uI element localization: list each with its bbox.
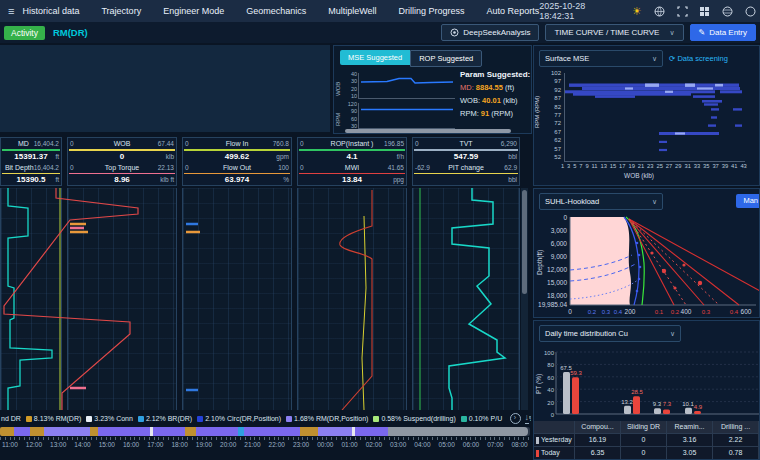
heatmap-ytick: 82 [541, 104, 561, 110]
timeline-hours: 11:0012:0013:0014:0015:0016:0017:0018:00… [2, 441, 528, 448]
sub-toolbar: Activity RM(DR) DeepSeekAnalysis TIME CU… [0, 22, 760, 43]
heatmap-ytick: 92 [541, 87, 561, 93]
wob-ticks: 40302010 [341, 72, 357, 99]
menu-icon[interactable]: ≡ [8, 5, 14, 17]
timeline-hour-label: 01:00 [341, 441, 357, 448]
svg-text:0.4: 0.4 [614, 309, 623, 315]
track-header-rop[interactable]: 0ROP(Instant )196.85 4.1f/h 0MWI41.65 13… [297, 137, 407, 186]
svg-text:0.3: 0.3 [602, 309, 611, 315]
parameter-grid [0, 45, 330, 132]
heatmap-xtick: 5 [573, 163, 576, 169]
fullscreen-icon[interactable] [676, 5, 688, 17]
heatmap-xtick: 33 [694, 163, 700, 169]
log-curves [0, 188, 530, 410]
theme-sun-icon[interactable]: ☀ [631, 5, 643, 17]
chevron-down-icon: ∨ [652, 55, 657, 63]
user-icon[interactable] [744, 5, 756, 17]
deepseek-analysis-button[interactable]: DeepSeekAnalysis [441, 24, 539, 41]
heatmap-xtick: 9 [585, 163, 588, 169]
wob-tick: 30 [341, 79, 357, 84]
svg-text:28.5: 28.5 [631, 389, 643, 395]
grid-icon[interactable] [699, 5, 711, 17]
svg-text:600: 600 [741, 308, 752, 315]
track-header-tvt[interactable]: 0TVT6,290 547.59bbl -62.9PIT change62.9 … [412, 137, 520, 186]
log-track-area[interactable] [0, 188, 530, 410]
heatmap-ytick: 67 [541, 129, 561, 135]
activity-badge: Activity [4, 26, 45, 40]
legend-item[interactable]: nd DR [1, 415, 21, 422]
legend-item[interactable]: 2.10% Circ(DR,Position) [197, 415, 281, 422]
globe-icon[interactable] [654, 5, 666, 17]
nav-item[interactable]: Geomechanics [246, 6, 306, 16]
legend-expand-icon[interactable]: › [510, 413, 521, 424]
curve-type-select[interactable]: TIME CURVE / TIME CURVE∨ [545, 24, 683, 41]
table-row-yesterday: Yesterday [534, 434, 574, 446]
rpm-tick: 60 [341, 117, 357, 122]
mini-horizontal-scrollbar[interactable] [345, 129, 511, 133]
tab-mse-suggested[interactable]: MSE Suggested [340, 50, 410, 65]
legend-item[interactable]: 3.23% Conn [86, 415, 133, 422]
nav-item[interactable]: Engineer Mode [163, 6, 224, 16]
timeline-hour-label: 15:00 [99, 441, 115, 448]
chevron-down-icon: ∨ [652, 198, 657, 206]
suhl-hookload-select[interactable]: SUHL-Hookload∨ [539, 193, 663, 210]
nav-item[interactable]: Drilling Progress [399, 6, 465, 16]
svg-text:20: 20 [547, 400, 554, 406]
wob-suggested-chart [358, 73, 455, 99]
svg-text:18,000: 18,000 [547, 292, 567, 299]
svg-text:59.3: 59.3 [570, 370, 582, 376]
legend-item[interactable]: 0.10% P/U [461, 415, 502, 422]
svg-text:19,985.04: 19,985.04 [538, 301, 567, 308]
data-entry-button[interactable]: ✎ Data Entry [690, 24, 757, 41]
heatmap-xtick: 23 [647, 163, 653, 169]
timeline-scrubber[interactable] [388, 427, 528, 436]
heatmap-xtick: 39 [722, 163, 728, 169]
heatmap-xtick: 15 [610, 163, 616, 169]
data-screening-link[interactable]: ⟳ Data screening [669, 54, 728, 63]
nav-item[interactable]: MultipleWell [328, 6, 376, 16]
chevron-down-icon: ∨ [669, 29, 674, 37]
heatmap-xtick: 7 [579, 163, 582, 169]
chevron-down-icon: ∨ [670, 330, 675, 338]
svg-text:100: 100 [544, 350, 555, 356]
tab-rop-suggested[interactable]: ROP Suggested [410, 50, 482, 67]
svg-text:3,000: 3,000 [551, 227, 568, 234]
svg-text:15,000: 15,000 [547, 279, 567, 286]
daily-time-select[interactable]: Daily time distribution Cu∨ [539, 325, 681, 342]
timeline-hour-label: 22:00 [269, 441, 285, 448]
legend-item[interactable]: 1.68% RM(DR,Position) [286, 415, 368, 422]
nav-item[interactable]: Trajectory [101, 6, 141, 16]
legend-item[interactable]: 0.58% Suspend(drilling) [373, 415, 455, 422]
nav-item[interactable]: Historical data [22, 6, 79, 16]
timeline-hour-label: 12:00 [26, 441, 42, 448]
legend-item[interactable]: 2.12% BR(DR) [138, 415, 192, 422]
track-header-wob[interactable]: 0WOB67.44 0klb 0Top Torque22.13 8.96klb … [67, 137, 177, 186]
manual-button[interactable]: Man [736, 194, 760, 208]
download-icon[interactable]: ↓ [525, 413, 530, 424]
track-vertical-scrollbar[interactable] [521, 188, 528, 410]
svg-text:0: 0 [568, 308, 572, 315]
heatmap-xtick: 27 [666, 163, 672, 169]
activity-legend: nd DR 8.13% RM(DR) 3.23% Conn 2.12% BR(D… [0, 412, 531, 425]
svg-text:7.3: 7.3 [663, 401, 672, 407]
legend-item[interactable]: 8.13% RM(DR) [26, 415, 81, 422]
timeline-hour-label: 06:00 [463, 441, 479, 448]
svg-text:12,000: 12,000 [547, 266, 567, 273]
track-header-md[interactable]: MD16,404.2 15391.37ft Bit Depth16,404.2 … [0, 137, 62, 186]
svg-text:10.1: 10.1 [682, 401, 694, 407]
track-header-flow[interactable]: 0Flow In760.8 499.62gpm 0Flow Out100 63.… [182, 137, 292, 186]
daily-time-table: Compou... Sliding DR Reamin... Drilling … [534, 421, 760, 459]
surface-mse-select[interactable]: Surface MSE∨ [539, 50, 663, 67]
surface-mse-heatmap: RPM (RPM) 10297928782777267625752 [564, 73, 745, 162]
language-icon[interactable] [722, 5, 734, 17]
nav-item[interactable]: Auto Reports [487, 6, 540, 16]
timeline-hour-label: 04:00 [414, 441, 430, 448]
rpm-tick: 90 [341, 109, 357, 114]
activity-timeline-bar[interactable] [0, 427, 530, 436]
daily-time-bar-chart: 100 80 60 40 20 0 PT (%) 67.5 59.3 13.2 … [534, 344, 760, 424]
heatmap-xtick: 35 [703, 163, 709, 169]
svg-text:0.3: 0.3 [702, 309, 711, 315]
svg-text:9.3: 9.3 [653, 401, 662, 407]
nav-items: Historical dataTrajectoryEngineer ModeGe… [22, 6, 539, 16]
heatmap-yticks: 10297928782777267625752 [541, 70, 561, 160]
